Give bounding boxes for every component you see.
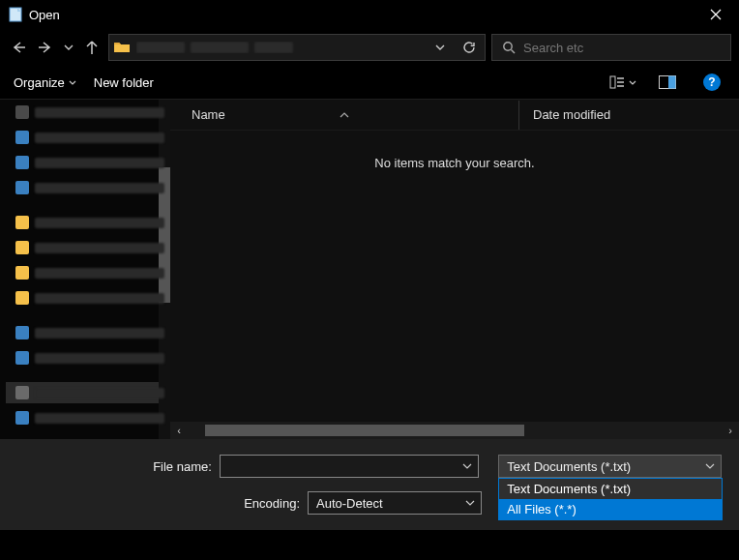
help-icon: ? (703, 74, 721, 91)
main-area: Name Date modified No items match your s… (0, 99, 739, 439)
sort-up-icon (340, 112, 349, 118)
column-name-label: Name (192, 107, 225, 122)
help-button[interactable]: ? (698, 70, 725, 95)
filter-option-txt[interactable]: Text Documents (*.txt) (499, 479, 722, 499)
chevron-down-icon (69, 80, 76, 85)
refresh-button[interactable] (458, 35, 481, 60)
encoding-label: Encoding: (17, 496, 308, 511)
new-folder-button[interactable]: New folder (94, 75, 154, 90)
column-name[interactable]: Name (170, 112, 518, 118)
svg-rect-2 (610, 76, 615, 88)
encoding-combo[interactable]: Auto-Detect (308, 491, 482, 515)
chevron-down-icon (465, 500, 475, 506)
address-dropdown[interactable] (429, 35, 452, 60)
column-headers: Name Date modified (170, 100, 739, 131)
command-bar: Organize New folder ? (0, 66, 739, 99)
horizontal-scrollbar[interactable]: ‹ › (170, 422, 739, 439)
column-date-label: Date modified (533, 107, 610, 122)
view-icon (609, 75, 625, 89)
preview-icon (659, 75, 676, 89)
filetype-filter-combo[interactable]: Text Documents (*.txt) Text Documents (*… (498, 455, 722, 478)
column-date-modified[interactable]: Date modified (519, 107, 739, 122)
search-box[interactable] (491, 34, 731, 61)
svg-point-1 (504, 43, 512, 50)
svg-rect-4 (668, 76, 676, 89)
search-input[interactable] (523, 41, 721, 55)
navigation-tree[interactable] (0, 100, 170, 439)
chevron-down-icon (705, 463, 715, 469)
file-list-panel: Name Date modified No items match your s… (170, 100, 739, 439)
address-bar[interactable] (108, 34, 486, 61)
scroll-track[interactable] (188, 425, 722, 436)
title-bar: Open (0, 0, 739, 29)
scroll-left-button[interactable]: ‹ (170, 425, 188, 436)
filter-option-all[interactable]: All Files (*.*) (499, 499, 722, 519)
history-dropdown[interactable] (62, 33, 75, 62)
folder-icon (113, 40, 131, 55)
scroll-thumb[interactable] (205, 425, 524, 436)
empty-message: No items match your search. (170, 131, 739, 195)
preview-pane-button[interactable] (654, 70, 681, 95)
footer-controls: File name: Text Documents (*.txt) Text D… (0, 439, 739, 530)
back-button[interactable] (8, 33, 29, 62)
encoding-value: Auto-Detect (316, 496, 383, 511)
new-folder-label: New folder (94, 75, 154, 90)
forward-button[interactable] (35, 33, 56, 62)
chevron-down-icon (462, 463, 472, 469)
nav-bar (0, 29, 739, 66)
filename-label: File name: (17, 459, 220, 474)
window-title: Open (29, 8, 696, 22)
view-menu[interactable] (609, 75, 636, 89)
svg-rect-0 (10, 8, 21, 21)
search-icon (502, 41, 516, 54)
chevron-down-icon (629, 80, 636, 85)
organize-label: Organize (14, 75, 65, 90)
close-button[interactable] (696, 1, 735, 28)
filter-selected: Text Documents (*.txt) (507, 459, 631, 474)
scroll-right-button[interactable]: › (722, 425, 739, 436)
address-path (136, 42, 423, 53)
up-button[interactable] (81, 33, 103, 62)
organize-menu[interactable]: Organize (14, 75, 76, 90)
filter-dropdown-list: Text Documents (*.txt) All Files (*.*) (498, 478, 723, 520)
app-icon (8, 7, 23, 22)
filename-combo[interactable] (220, 455, 480, 478)
